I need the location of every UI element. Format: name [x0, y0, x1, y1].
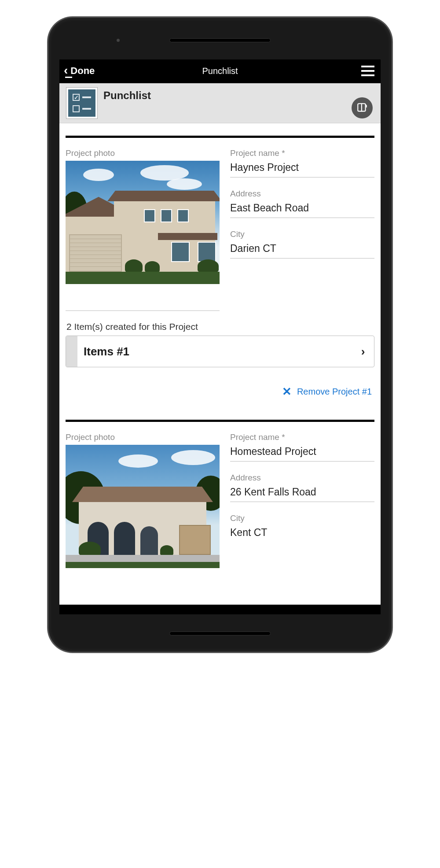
- project-name-label: Project name *: [230, 432, 374, 442]
- drag-handle[interactable]: [66, 336, 77, 367]
- header-title: Punchlist: [202, 66, 238, 76]
- address-label: Address: [230, 473, 374, 483]
- phone-speaker: [169, 38, 271, 42]
- app-screen: ‹ Done Punchlist Punchlist: [59, 59, 381, 614]
- city-input[interactable]: Darien CT: [230, 241, 374, 259]
- city-label: City: [230, 513, 374, 523]
- book-icon: [356, 102, 368, 114]
- items-label: Items #1: [77, 336, 352, 367]
- project-block: Project photo: [59, 422, 381, 568]
- content-scroll[interactable]: Project photo: [59, 123, 381, 605]
- chevron-right-icon: ›: [352, 336, 374, 367]
- project-photo[interactable]: [66, 161, 220, 284]
- remove-project-label: Remove Project #1: [297, 387, 372, 397]
- subheader-title: Punchlist: [103, 89, 151, 102]
- address-input[interactable]: 26 Kent Falls Road: [230, 484, 374, 502]
- project-photo[interactable]: [66, 445, 220, 568]
- done-label: Done: [70, 65, 95, 77]
- phone-camera-dot: [117, 39, 120, 42]
- phone-bottom-speaker: [169, 632, 271, 635]
- done-button[interactable]: ‹ Done: [64, 65, 95, 77]
- book-button[interactable]: [352, 97, 373, 118]
- items-row[interactable]: Items #1 ›: [66, 336, 374, 367]
- screen-bottom-bar: [59, 605, 381, 614]
- remove-project-button[interactable]: ✕ Remove Project #1: [66, 385, 372, 399]
- project-name-label: Project name *: [230, 148, 374, 158]
- city-input[interactable]: Kent CT: [230, 525, 374, 539]
- project-block: Project photo: [59, 138, 381, 399]
- back-chevron-icon: ‹: [64, 64, 68, 77]
- project-photo-label: Project photo: [66, 432, 220, 442]
- address-input[interactable]: East Beach Road: [230, 200, 374, 218]
- close-icon: ✕: [282, 385, 292, 399]
- subheader: Punchlist: [59, 83, 381, 123]
- project-name-input[interactable]: Homestead Project: [230, 444, 374, 462]
- punchlist-icon: [66, 88, 97, 118]
- photo-underline: [66, 310, 220, 311]
- app-header: ‹ Done Punchlist: [59, 59, 381, 83]
- phone-frame: ‹ Done Punchlist Punchlist: [48, 18, 392, 652]
- menu-button[interactable]: [361, 66, 374, 76]
- project-photo-label: Project photo: [66, 148, 220, 158]
- items-summary: 2 Item(s) created for this Project: [66, 321, 374, 332]
- address-label: Address: [230, 189, 374, 199]
- project-name-input[interactable]: Haynes Project: [230, 160, 374, 177]
- city-label: City: [230, 229, 374, 239]
